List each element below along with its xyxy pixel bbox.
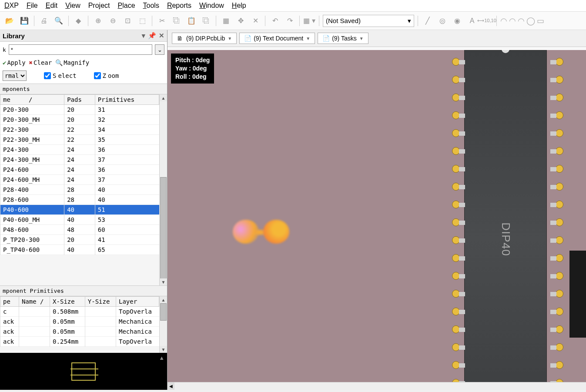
scroll-down-icon[interactable]: ▼ (160, 278, 167, 285)
close-icon[interactable]: ✕ (159, 32, 164, 40)
grid-icon[interactable]: ▦ ▾ (303, 15, 315, 27)
col-header[interactable]: Pads (64, 95, 95, 105)
pcb-3d-canvas[interactable]: Pitch : 0deg Yaw : 0deg Roll : 0deg DIP4… (167, 50, 586, 390)
menu-file[interactable]: File (27, 2, 38, 10)
table-row[interactable]: P24-6002436 (0, 165, 159, 175)
dimension-icon[interactable]: ⟷10,10 (481, 15, 493, 27)
rectangle-icon[interactable]: ▭ (537, 16, 544, 26)
zoom-fit-icon[interactable]: ⊡ (121, 15, 134, 27)
table-row[interactable]: P24-600_MH2437 (0, 175, 159, 185)
zoom-checkbox[interactable]: Zoom (94, 72, 119, 79)
menu-help[interactable]: Help (232, 2, 246, 10)
components-table[interactable]: me /PadsPrimitivesP20-3002031P20-300_MH2… (0, 94, 159, 255)
save-icon[interactable]: 💾 (18, 15, 30, 27)
arc-edge-icon[interactable]: ◠ (509, 16, 516, 26)
pad-icon[interactable]: ◎ (436, 15, 449, 27)
table-row[interactable]: P24-3002436 (0, 145, 159, 155)
table-row[interactable]: P40-600_MH4053 (0, 215, 159, 225)
via-icon[interactable]: ◉ (451, 15, 463, 27)
apply-button[interactable]: ✔Apply (3, 59, 26, 66)
print-icon[interactable]: 🖨 (38, 15, 50, 27)
open-icon[interactable]: 📂 (3, 15, 16, 27)
chevron-down-icon[interactable]: ▼ (228, 36, 232, 41)
mask-dropdown[interactable]: ⌄ (155, 44, 164, 55)
scroll-thumb[interactable] (160, 303, 167, 321)
doc-tab[interactable]: 🗎(9) DIP.PcbLib▼ (172, 33, 237, 44)
arc-any-icon[interactable]: ◠ (518, 16, 525, 26)
primitives-table[interactable]: peName /X-SizeY-SizeLayerc0.508mmTopOver… (0, 296, 159, 347)
scroll-left-icon[interactable]: ◀ (167, 382, 174, 390)
col-header[interactable]: me / (0, 95, 64, 105)
mode-select[interactable]: rmal (3, 70, 27, 81)
move-icon[interactable]: ✥ (234, 15, 247, 27)
col-header[interactable]: Y-Size (85, 297, 116, 307)
col-header[interactable]: Primitives (95, 95, 159, 105)
magnify-button[interactable]: 🔍Magnify (55, 59, 89, 66)
zoom-in-icon[interactable]: ⊕ (92, 15, 104, 27)
zoom-out-icon[interactable]: ⊖ (107, 15, 119, 27)
col-header[interactable]: X-Size (50, 297, 85, 307)
table-row[interactable]: c0.508mmTopOverla (0, 307, 159, 317)
table-row[interactable]: P48-6004860 (0, 225, 159, 235)
line-icon[interactable]: ╱ (422, 15, 434, 27)
table-row[interactable]: ack0.254mmTopOverla (0, 337, 159, 347)
doc-tab[interactable]: 📄(9) Text Document▼ (239, 33, 315, 44)
paste-icon[interactable]: 📋 (185, 15, 198, 27)
table-row[interactable]: P22-300_MH2235 (0, 135, 159, 145)
cut-icon[interactable]: ✂ (156, 15, 168, 27)
mask-input[interactable] (9, 44, 152, 55)
select-checkbox[interactable]: Select (44, 72, 77, 79)
scroll-up-icon[interactable]: ▲ (160, 296, 167, 303)
table-row[interactable]: P24-300_MH2437 (0, 155, 159, 165)
duplicate-icon[interactable]: ⿻ (200, 15, 212, 27)
menu-view[interactable]: View (65, 2, 80, 10)
separator (88, 16, 88, 26)
undo-icon[interactable]: ↶ (269, 15, 281, 27)
table-row[interactable]: P28-6002840 (0, 195, 159, 205)
zoom-area-icon[interactable]: ⬚ (136, 15, 148, 27)
scroll-thumb[interactable] (160, 177, 167, 281)
table-row[interactable]: P_TP40-6004065 (0, 245, 159, 255)
snap-profile-combo[interactable]: (Not Saved) ▾ (323, 15, 414, 27)
menu-place[interactable]: Place (118, 2, 135, 10)
menu-project[interactable]: Project (88, 2, 110, 10)
table-row[interactable]: P20-300_MH2032 (0, 115, 159, 125)
copy-icon[interactable]: ⿻ (171, 15, 183, 27)
menu-dxp[interactable]: DXP (4, 2, 19, 10)
arc-center-icon[interactable]: ◠ (500, 16, 507, 26)
horizontal-scrollbar[interactable]: ◀ (167, 382, 586, 390)
preview-icon[interactable]: 🔍 (53, 15, 65, 27)
snap-icon[interactable]: ✕ (249, 15, 261, 27)
side-panel-collapsed[interactable] (569, 251, 586, 338)
primitives-scrollbar[interactable]: ▲ ▼ (159, 296, 167, 353)
table-row[interactable]: P20-3002031 (0, 105, 159, 115)
menu-reports[interactable]: Reports (167, 2, 191, 10)
clear-button[interactable]: ✖Clear (29, 59, 52, 66)
chevron-down-icon[interactable]: ▼ (359, 36, 364, 41)
menu-edit[interactable]: Edit (46, 2, 58, 10)
table-row[interactable]: P40-6004051 (0, 205, 159, 215)
components-scrollbar[interactable]: ▲ ▼ (159, 94, 167, 285)
dropdown-icon[interactable]: ▾ (142, 32, 145, 40)
doc-tab[interactable]: 📄(9) Tasks▼ (318, 33, 368, 44)
scroll-down-icon[interactable]: ▼ (160, 346, 167, 353)
string-icon[interactable]: A (466, 15, 478, 27)
redo-icon[interactable]: ↷ (284, 15, 296, 27)
select-icon[interactable]: ▦ (220, 15, 232, 27)
table-row[interactable]: ack0.05mmMechanica (0, 327, 159, 337)
table-row[interactable]: P_TP20-3002041 (0, 235, 159, 245)
layers-icon[interactable]: ◆ (72, 15, 84, 27)
table-row[interactable]: P28-4002840 (0, 185, 159, 195)
table-row[interactable]: ack0.05mmMechanica (0, 317, 159, 327)
pin-icon[interactable]: 📌 (148, 32, 156, 40)
menu-window[interactable]: Window (199, 2, 224, 10)
col-header[interactable]: pe (0, 297, 19, 307)
menu-tools[interactable]: Tools (143, 2, 159, 10)
full-circle-icon[interactable]: ◯ (526, 16, 535, 26)
collapse-icon[interactable]: ▲ (159, 355, 164, 361)
scroll-up-icon[interactable]: ▲ (160, 94, 167, 101)
col-header[interactable]: Layer (116, 297, 159, 307)
chevron-down-icon[interactable]: ▼ (306, 36, 310, 41)
table-row[interactable]: P22-3002234 (0, 125, 159, 135)
col-header[interactable]: Name / (19, 297, 50, 307)
